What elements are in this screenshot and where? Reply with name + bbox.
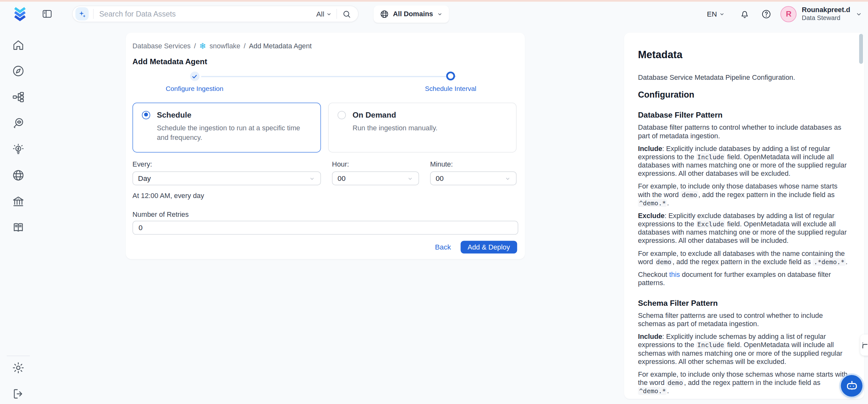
on-demand-option-title: On Demand xyxy=(352,110,396,119)
help-button[interactable] xyxy=(760,8,772,20)
schedule-radio[interactable] xyxy=(142,111,150,119)
user-menu-chevron[interactable] xyxy=(855,8,862,20)
search-scope-dropdown[interactable]: All xyxy=(316,10,332,18)
add-deploy-button[interactable]: Add & Deploy xyxy=(460,241,517,253)
user-menu[interactable]: Rounakpreet.d Data Steward xyxy=(802,6,850,22)
footer-actions: Back Add & Deploy xyxy=(132,241,518,253)
retries-label: Number of Retries xyxy=(132,211,518,219)
avatar-initial: R xyxy=(786,9,792,19)
schedule-summary: At 12:00 AM, every day xyxy=(132,192,518,200)
on-demand-option-card[interactable]: On Demand Run the ingestion manually. xyxy=(328,103,517,152)
gear-icon xyxy=(11,362,25,375)
docs-scrollbar-thumb[interactable] xyxy=(859,34,863,64)
book-icon xyxy=(11,221,25,234)
on-demand-radio[interactable] xyxy=(338,111,346,119)
breadcrumb-database-services[interactable]: Database Services xyxy=(132,42,191,50)
schedule-frequency-form: Every: Day Hour: 00 Minute: 00 xyxy=(132,160,518,185)
docs-config-heading: Configuration xyxy=(638,90,849,99)
bank-icon xyxy=(11,195,25,208)
observability-icon xyxy=(11,116,25,130)
sidebar-item-explore[interactable] xyxy=(11,64,25,78)
language-label: EN xyxy=(707,10,717,18)
docs-paragraph: Checkout this document for further examp… xyxy=(638,271,849,287)
search-submit-button[interactable] xyxy=(341,9,351,19)
sidebar-item-home[interactable] xyxy=(11,38,25,52)
docs-paragraph: For example, to include only those datab… xyxy=(638,182,849,207)
step-label-configure-ingestion[interactable]: Configure Ingestion xyxy=(166,85,224,92)
step-configure-ingestion-circle[interactable] xyxy=(190,71,199,81)
sidebar-toggle-button[interactable] xyxy=(41,8,53,20)
minute-select[interactable]: 00 xyxy=(430,171,517,185)
schedule-option-card[interactable]: Schedule Schedule the ingestion to run a… xyxy=(132,103,321,152)
minute-field: Minute: 00 xyxy=(430,160,517,185)
step-label-schedule-interval[interactable]: Schedule Interval xyxy=(425,85,476,92)
docs-paragraph: For example, to include only those schem… xyxy=(638,371,849,396)
add-metadata-agent-card: Database Services / ❄ snowflake / Add Me… xyxy=(126,33,525,259)
sidebar-item-govern[interactable] xyxy=(11,195,25,208)
docs-paragraph: Include: Explicitly include schemas by a… xyxy=(638,333,849,366)
schedule-option-title: Schedule xyxy=(157,110,191,119)
globe-icon xyxy=(11,169,25,182)
domains-dropdown[interactable]: All Domains xyxy=(373,5,449,23)
chevron-down-icon xyxy=(719,11,725,17)
feedback-tab[interactable] xyxy=(860,335,868,355)
page-title: Add Metadata Agent xyxy=(132,57,518,66)
ai-sparkle-badge[interactable] xyxy=(75,7,89,21)
feedback-icon xyxy=(862,341,868,349)
sidebar-bottom xyxy=(0,356,36,404)
stepper-connector xyxy=(202,76,456,77)
sidebar-item-settings[interactable] xyxy=(11,362,25,375)
search-icon xyxy=(342,9,351,19)
hour-label: Hour: xyxy=(332,160,419,168)
home-icon xyxy=(11,38,25,52)
sidebar-item-insights[interactable] xyxy=(11,143,25,156)
hour-value: 00 xyxy=(338,174,407,182)
chat-assistant-button[interactable] xyxy=(841,375,862,397)
lineage-icon xyxy=(11,90,25,104)
sidebar-item-glossary[interactable] xyxy=(11,221,25,234)
global-search-bar: All xyxy=(72,5,359,22)
divider xyxy=(336,9,337,19)
chevron-down-icon xyxy=(309,175,315,182)
back-button[interactable]: Back xyxy=(435,243,451,251)
search-input[interactable] xyxy=(98,9,316,19)
chevron-down-icon xyxy=(504,175,511,182)
chevron-down-icon xyxy=(437,11,443,17)
step-schedule-interval-circle[interactable] xyxy=(446,71,455,80)
topbar: All All Domains EN xyxy=(0,1,868,26)
breadcrumb-separator: / xyxy=(244,42,246,50)
docs-sections: Database Filter PatternDatabase filter p… xyxy=(638,110,849,399)
on-demand-option-description: Run the ingestion manually. xyxy=(352,124,503,133)
every-field: Every: Day xyxy=(132,160,321,185)
compass-icon xyxy=(11,64,25,78)
hour-select[interactable]: 00 xyxy=(332,171,419,185)
breadcrumb-separator: / xyxy=(194,42,196,50)
chevron-down-icon xyxy=(855,10,862,18)
openmetadata-logo[interactable] xyxy=(11,5,29,23)
language-dropdown[interactable]: EN xyxy=(707,10,725,18)
sidebar-item-logout[interactable] xyxy=(11,387,25,401)
left-sidebar xyxy=(0,26,36,404)
breadcrumb: Database Services / ❄ snowflake / Add Me… xyxy=(132,41,518,50)
sidebar-item-observability[interactable] xyxy=(11,116,25,130)
docs-link[interactable]: this xyxy=(669,271,680,279)
breadcrumb-snowflake[interactable]: snowflake xyxy=(210,42,241,50)
docs-paragraph: Exclude: Explicitly exclude databases by… xyxy=(638,212,849,246)
avatar[interactable]: R xyxy=(781,6,797,22)
sidebar-item-domains[interactable] xyxy=(11,169,25,182)
docs-paragraph: For example, to exclude all databases wi… xyxy=(638,250,849,266)
robot-icon xyxy=(844,379,859,393)
minute-value: 00 xyxy=(436,174,504,182)
breadcrumb-current: Add Metadata Agent xyxy=(249,42,312,50)
sidebar-item-lineage[interactable] xyxy=(11,90,25,104)
notifications-button[interactable] xyxy=(738,8,750,20)
retries-input[interactable] xyxy=(132,221,518,235)
docs-panel: Metadata Database Service Metadata Pipel… xyxy=(624,33,864,399)
every-select[interactable]: Day xyxy=(132,171,321,185)
lightbulb-icon xyxy=(11,143,25,156)
search-scope-label: All xyxy=(316,10,324,18)
chevron-down-icon xyxy=(326,11,332,17)
docs-section-heading: Schema Filter Pattern xyxy=(638,298,849,307)
user-name: Rounakpreet.d xyxy=(802,6,850,14)
docs-section-heading: Database Filter Pattern xyxy=(638,110,849,119)
